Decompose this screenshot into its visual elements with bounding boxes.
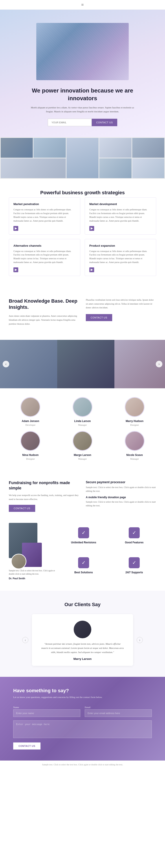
hamburger-icon[interactable]: ≡: [81, 2, 84, 7]
team-member-0: Adam Jonson Developer: [7, 397, 54, 427]
testimonial-avatar: [74, 621, 91, 638]
feature-label-1: Good Features: [114, 541, 154, 544]
team-name-5: Nicole Scavo: [111, 454, 158, 457]
hero-section: We power innovation because we are innov…: [0, 10, 165, 137]
fundraising-title: Fundraising for nonprofits made simple: [9, 480, 79, 491]
donation-title: A mobile friendly donation page: [86, 496, 156, 499]
payment-right: Secure payment processor Sample text. Cl…: [86, 480, 156, 510]
features-section: Sample text. Click to select the text bo…: [0, 523, 165, 591]
strategy-card-3: Product expansion Congue eu consequat ac…: [85, 239, 156, 276]
team-role-5: Manager: [130, 458, 139, 460]
cta-section: Have something to say? Let us know your …: [0, 677, 165, 761]
photo-cell-6: [1, 158, 66, 178]
strategy-title-3: Product expansion: [89, 244, 152, 247]
team-member-4: Margo Larson Manager: [59, 431, 106, 461]
cta-form: Name Email CONTACT US: [13, 706, 152, 749]
knowledge-right-text: Phasellus vestibulum lorem sed risus ult…: [86, 298, 156, 310]
avatar-4: [73, 431, 92, 451]
team-role-0: Developer: [25, 424, 35, 426]
testimonials-next-button[interactable]: ›: [137, 637, 143, 643]
knowledge-left: Broad Knowledge Base. Deep Insights. Jus…: [9, 298, 79, 329]
email-input[interactable]: [48, 119, 92, 126]
avatar-3: [21, 431, 40, 451]
knowledge-cta-button[interactable]: CONTACT US: [86, 314, 112, 321]
strategy-arrow-3[interactable]: ▶: [89, 268, 94, 272]
strategy-arrow-2[interactable]: ▶: [13, 268, 18, 272]
photo-cell-7: [99, 158, 131, 178]
knowledge-right: Phasellus vestibulum lorem sed risus ult…: [86, 298, 156, 321]
feature-item-0: ✓ Unlimited Revisions: [62, 523, 106, 549]
avatar-2: [125, 397, 144, 417]
carousel-image-2: [57, 340, 114, 388]
team-member-3: Nina Hudson Designer: [7, 431, 54, 461]
team-name-2: Marry Hudson: [111, 420, 158, 423]
team-role-4: Manager: [78, 458, 87, 460]
payment-text: Sample text. Click to select the text bo…: [86, 486, 156, 493]
feature-item-1: ✓ Good Features: [112, 523, 156, 549]
strategy-card-2: Alternative channels Congue eu consequat…: [9, 239, 80, 276]
team-name-1: Linda Larson: [59, 420, 106, 423]
carousel-inner: [0, 340, 165, 388]
photo-grid: [0, 137, 165, 179]
cta-message-textarea[interactable]: [13, 720, 152, 738]
testimonials-prev-button[interactable]: ‹: [22, 637, 28, 643]
testimonials-title: Our Clients Say: [9, 602, 156, 608]
photo-cell-4: [99, 138, 131, 158]
strategy-card-0: Market penetration Congue eu consequat a…: [9, 197, 80, 234]
team-role-2: Designer: [130, 424, 139, 426]
hero-cta-button[interactable]: CONTACT US: [92, 119, 117, 126]
strategy-arrow-0[interactable]: ▶: [13, 226, 18, 231]
testimonial-quote: "Aenean pulvinar dui ornare, feugiat lor…: [41, 642, 124, 654]
team-member-5: Nicole Scavo Manager: [111, 431, 158, 461]
cta-email-input[interactable]: [85, 709, 152, 717]
photo-cell-8: [132, 158, 164, 178]
hero-title: We power innovation because we are innov…: [18, 87, 147, 102]
carousel-prev-button[interactable]: ‹: [3, 361, 9, 367]
fp-section: Fundraising for nonprofits made simple W…: [0, 469, 165, 523]
strategy-text-0: Congue eu consequat ac felis donec et od…: [13, 208, 76, 223]
team-name-3: Nina Hudson: [7, 454, 54, 457]
knowledge-title: Broad Knowledge Base. Deep Insights.: [9, 298, 79, 311]
carousel-next-button[interactable]: ›: [156, 361, 162, 367]
strategy-text-1: Congue eu consequat ac felis donec et od…: [89, 208, 152, 223]
cta-name-field: Name: [13, 706, 80, 717]
cta-name-input[interactable]: [13, 709, 80, 717]
testimonials-carousel: ‹ "Aenean pulvinar dui ornare, feugiat l…: [9, 614, 156, 666]
team-name-4: Margo Larson: [59, 454, 106, 457]
hero-form: CONTACT US: [18, 119, 147, 126]
feature-label-3: 24/7 Supports: [114, 571, 154, 574]
donation-text: Sample text. Click to select the text bo…: [86, 500, 156, 508]
avatar-0: [21, 397, 40, 417]
knowledge-left-text: Justo donec enim diam vulputate ut phare…: [9, 314, 79, 326]
check-icon-0: ✓: [78, 527, 89, 538]
hero-image: [36, 23, 129, 80]
cta-submit-button[interactable]: CONTACT US: [13, 742, 40, 749]
team-member-1: Linda Larson Manager: [59, 397, 106, 427]
fundraising-left: Fundraising for nonprofits made simple W…: [9, 480, 79, 512]
carousel-section: ‹ ›: [0, 340, 165, 388]
strategy-title-1: Market development: [89, 203, 152, 206]
strategy-text-2: Congue eu consequat ac felis donec et od…: [13, 250, 76, 264]
features-grid: ✓ Unlimited Revisions ✓ Good Features ✓ …: [62, 523, 156, 578]
strategies-grid: Market penetration Congue eu consequat a…: [9, 197, 156, 276]
strategy-title-2: Alternative channels: [13, 244, 76, 247]
team-role-3: Designer: [26, 458, 35, 460]
strategy-arrow-1[interactable]: ▶: [89, 226, 94, 231]
check-icon-3: ✓: [129, 557, 140, 568]
strategy-title-0: Market penetration: [13, 203, 76, 206]
features-left: Sample text. Click to select the text bo…: [9, 523, 57, 580]
cta-title: Have something to say?: [13, 688, 152, 693]
check-icon-1: ✓: [129, 527, 140, 538]
avatar-1: [73, 397, 92, 417]
fundraising-cta-button[interactable]: CONTACT US: [9, 505, 35, 512]
navbar: ≡: [0, 0, 165, 10]
strategies-title: Powerful business growth strategies: [9, 190, 156, 195]
testimonial-name: Marry Larson: [41, 657, 124, 660]
team-member-2: Marry Hudson Designer: [111, 397, 158, 427]
hero-description: Morbi aliquam ut porttitor leo a diam. A…: [30, 106, 135, 114]
cta-form-row: Name Email: [13, 706, 152, 717]
payment-title: Secure payment processor: [86, 480, 156, 484]
check-icon-2: ✓: [78, 557, 89, 568]
strategy-card-1: Market development Congue eu consequat a…: [85, 197, 156, 234]
feature-label-0: Unlimited Revisions: [64, 541, 103, 544]
